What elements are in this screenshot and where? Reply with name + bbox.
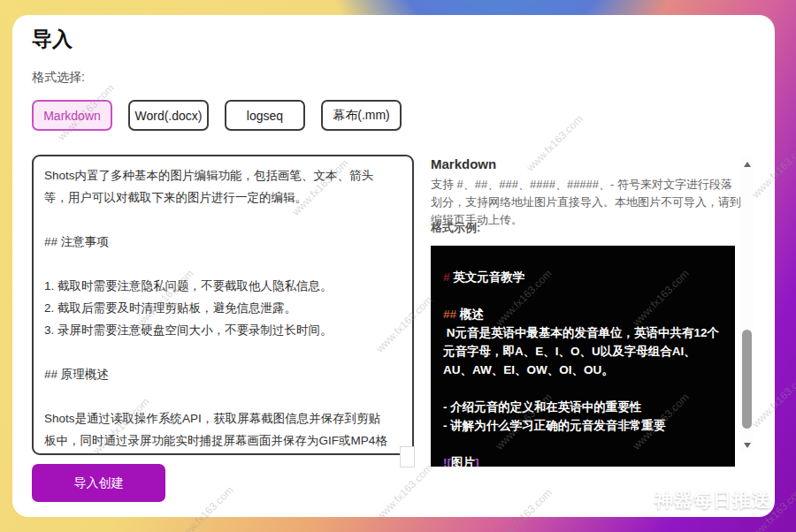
format-select-label: 格式选择: (32, 70, 85, 86)
tab-word-docx[interactable]: Word(.docx) (128, 100, 209, 131)
blank-line (443, 435, 723, 453)
image-bang: ![ (443, 456, 451, 467)
channel-name: 神器每日推送 (654, 488, 771, 513)
example-paragraph: N元音是英语中最基本的发音单位，英语中共有12个元音字母，即A、E、I、O、U以… (443, 323, 723, 379)
scrollbar-thumb[interactable] (742, 330, 752, 429)
format-tabs: Markdown Word(.docx) logseq 幕布(.mm) (32, 100, 402, 131)
example-h1-line: # 英文元音教学 (443, 268, 723, 286)
tab-markdown[interactable]: Markdown (32, 100, 112, 131)
blank-line (443, 379, 723, 398)
h2-marker: ## (443, 308, 456, 321)
image-alt: 图片 (451, 456, 475, 467)
h1-marker: # (443, 270, 450, 284)
tab-logseq[interactable]: logseq (225, 100, 305, 131)
example-label: 格式示例: (431, 220, 480, 236)
example-bullet-2: - 讲解为什么学习正确的元音发音非常重要 (443, 416, 723, 435)
editor-scrollbar[interactable] (740, 156, 754, 453)
import-dialog: 导入 格式选择: Markdown Word(.docx) logseq 幕布(… (12, 15, 775, 517)
blank-line (443, 286, 723, 305)
example-bullet-1: - 介绍元音的定义和在英语中的重要性 (443, 398, 723, 416)
scroll-up-icon[interactable] (740, 158, 754, 171)
example-h2-line: ## 概述 (443, 305, 723, 323)
import-create-button[interactable]: 导入创建 (32, 464, 165, 502)
page-background: 导入 格式选择: Markdown Word(.docx) logseq 幕布(… (0, 0, 796, 532)
example-image-line: ![图片](https://assets.mindshow.fun/assets… (443, 453, 723, 467)
wechat-icon (614, 486, 647, 514)
page-title: 导入 (32, 26, 73, 53)
h2-text: 概述 (456, 308, 484, 321)
markdown-input[interactable]: Shots内置了多种基本的图片编辑功能，包括画笔、文本、箭头等，用户可以对截取下… (32, 155, 414, 455)
resize-handle[interactable] (400, 446, 415, 467)
channel-branding: 神器每日推送 (614, 486, 771, 514)
h1-text: 英文元音教学 (450, 270, 525, 284)
scroll-down-icon[interactable] (740, 439, 754, 452)
tab-mubu-mm[interactable]: 幕布(.mm) (321, 100, 402, 131)
markdown-example-block: # 英文元音教学 ## 概述 N元音是英语中最基本的发音单位，英语中共有12个元… (431, 246, 735, 467)
info-heading: Markdown (431, 156, 496, 171)
